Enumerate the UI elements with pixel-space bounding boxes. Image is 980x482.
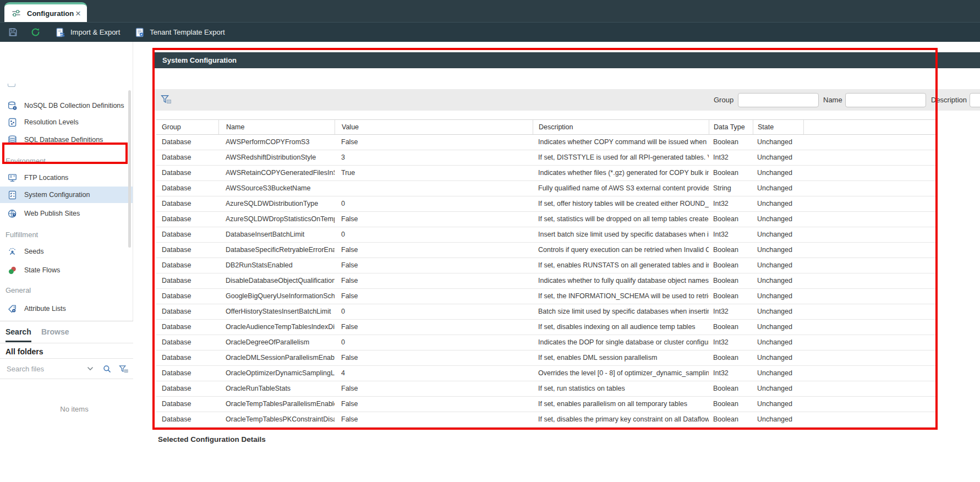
sidebar-item-web-publish-sites[interactable]: Web Publish Sites [0, 205, 133, 222]
sidebar-item-resolution-levels[interactable]: Resolution Levels [0, 114, 133, 130]
column-header-empty [803, 120, 938, 134]
refresh-icon [30, 27, 41, 37]
table-row[interactable]: Database AzureSQLDWDropStatisticsOnTempT… [156, 212, 938, 227]
cell-description: Indicates whether COPY command will be i… [533, 135, 709, 150]
cell-data-type: Boolean [709, 289, 753, 304]
table-row[interactable]: Database DisableDatabaseObjectQualificat… [156, 273, 938, 289]
cell-name: OracleDMLSessionParallelismEnabled [218, 350, 335, 365]
state-flows-icon [7, 265, 18, 276]
cell-state: Unchanged [753, 258, 803, 273]
cell-name: AWSRedshiftDistributionStyle [218, 150, 335, 165]
panel-title: System Configuration [155, 52, 980, 68]
sidebar-item-attribute-lists[interactable]: Attribute Lists [0, 300, 133, 317]
sidebar-section-environment: Environment [6, 155, 46, 168]
cell-value: False [335, 381, 533, 396]
search-files-input[interactable] [6, 364, 83, 374]
cell-description: Fully qualified name of AWS S3 external … [533, 181, 709, 196]
table-row[interactable]: Database OracleTempTablesPKConstraintDis… [156, 412, 938, 428]
table-row[interactable]: Database OfferHistoryStatesInsertBatchLi… [156, 304, 938, 320]
table-row[interactable]: Database OracleRunTableStats False If se… [156, 381, 938, 397]
cell-name: AzureSQLDWDropStatisticsOnTempTables [218, 212, 335, 227]
nosql-db-icon [7, 101, 18, 111]
file-search-row: ◀ ▶ [0, 359, 149, 379]
cell-state: Unchanged [753, 243, 803, 258]
folders-row[interactable]: All folders [0, 343, 149, 359]
column-header-value[interactable]: Value [335, 120, 533, 134]
table-row[interactable]: Database DatabaseSpecificRetryableErrorE… [156, 243, 938, 258]
table-row[interactable]: Database OracleDegreeOfParallelism 0 Ind… [156, 335, 938, 350]
cell-name: OfferHistoryStatesInsertBatchLimit [218, 304, 335, 319]
name-filter-input[interactable] [845, 93, 926, 107]
cell-data-type: Int32 [709, 227, 753, 242]
import-export-button[interactable]: Import & Export [55, 23, 120, 42]
tab-search[interactable]: Search [6, 322, 31, 342]
table-row[interactable]: Database AWSRedshiftDistributionStyle 3 … [156, 150, 938, 166]
description-filter-label: Description [931, 89, 967, 111]
cell-data-type: Boolean [709, 258, 753, 273]
cell-group: Database [156, 397, 218, 412]
table-row[interactable]: Database OracleTempTablesParallelismEnab… [156, 397, 938, 412]
cell-data-type: Boolean [709, 166, 753, 180]
cell-name: GoogleBigQueryUseInformationSchema [218, 289, 335, 304]
search-panel: Search Browse All folders [0, 321, 149, 482]
cell-value: False [335, 289, 533, 304]
table-row[interactable]: Database AWSSourceS3BucketName Fully qua… [156, 181, 938, 196]
search-icon[interactable] [102, 364, 112, 374]
system-configuration-icon [7, 190, 18, 200]
sidebar-item-ftp-locations[interactable]: FTP Locations [0, 169, 133, 186]
cell-name: OracleOptimizerDynamicSamplingLevel [218, 366, 335, 381]
cell-data-type: Boolean [709, 412, 753, 427]
column-header-group[interactable]: Group [156, 120, 218, 134]
cell-name: AzureSQLDWDistributionType [218, 196, 335, 211]
column-header-data-type[interactable]: Data Type [709, 120, 753, 134]
sidebar-scrollbar[interactable] [128, 90, 131, 248]
cell-name: AWSSourceS3BucketName [218, 181, 335, 196]
sidebar-item-sql-database-definitions[interactable]: SQL Database Definitions [0, 132, 133, 148]
cell-group: Database [156, 166, 218, 180]
table-row[interactable]: Database OracleDMLSessionParallelismEnab… [156, 350, 938, 366]
filter-icon[interactable] [118, 364, 129, 374]
cell-description: If set, run statistics on tables [533, 381, 709, 396]
table-row[interactable]: Database DatabaseInsertBatchLimit 0 Inse… [156, 227, 938, 243]
sidebar-item-seeds[interactable]: Seeds [0, 243, 133, 260]
cell-description: Batch size limit used by specific databa… [533, 304, 709, 319]
column-header-description[interactable]: Description [533, 120, 709, 134]
cell-data-type: Boolean [709, 243, 753, 258]
table-row[interactable]: Database AWSPerformCOPYFromS3 False Indi… [156, 135, 938, 150]
tab-configuration[interactable]: Configuration × [4, 2, 87, 22]
tenant-template-export-button[interactable]: Tenant Template Export [134, 23, 225, 42]
web-publish-icon [7, 209, 18, 219]
sidebar-item-label: Attribute Lists [24, 305, 66, 313]
column-header-name[interactable]: Name [218, 120, 335, 134]
table-row[interactable]: Database DB2RunStatsEnabled False If set… [156, 258, 938, 273]
cell-value: 0 [335, 196, 533, 211]
table-row[interactable]: Database OracleOptimizerDynamicSamplingL… [156, 366, 938, 381]
filter-icon[interactable] [160, 94, 172, 105]
group-filter-input[interactable] [738, 93, 819, 107]
save-button[interactable] [8, 23, 18, 42]
cell-value: 0 [335, 335, 533, 350]
cell-group: Database [156, 335, 218, 350]
table-row[interactable]: Database OracleAudienceTempTablesIndexDi… [156, 320, 938, 335]
cell-group: Database [156, 150, 218, 165]
sidebar-item-state-flows[interactable]: State Flows [0, 262, 133, 278]
table-row[interactable]: Database GoogleBigQueryUseInformationSch… [156, 289, 938, 304]
seeds-icon [7, 247, 18, 257]
cell-state: Unchanged [753, 150, 803, 165]
ftp-locations-icon [7, 173, 18, 183]
table-row[interactable]: Database AzureSQLDWDistributionType 0 If… [156, 196, 938, 212]
close-icon[interactable]: × [75, 9, 81, 18]
cell-state: Unchanged [753, 397, 803, 412]
column-header-state[interactable]: State [753, 120, 803, 134]
description-filter-input[interactable] [970, 93, 980, 107]
tab-browse[interactable]: Browse [41, 322, 69, 342]
details-heading: Selected Configuration Details [158, 435, 266, 443]
cell-group: Database [156, 212, 218, 227]
chevron-down-icon[interactable] [87, 366, 94, 371]
refresh-button[interactable] [30, 23, 41, 42]
table-row[interactable]: Database AWSRetainCOPYGeneratedFilesInS3… [156, 166, 938, 181]
cell-name: DatabaseSpecificRetryableErrorEnabled [218, 243, 335, 258]
sidebar-item-system-configuration[interactable]: System Configuration [0, 187, 133, 203]
config-table-body: Database AWSPerformCOPYFromS3 False Indi… [156, 135, 938, 428]
sidebar-item-nosql-db-collection-definitions[interactable]: NoSQL DB Collection Definitions [0, 97, 133, 114]
